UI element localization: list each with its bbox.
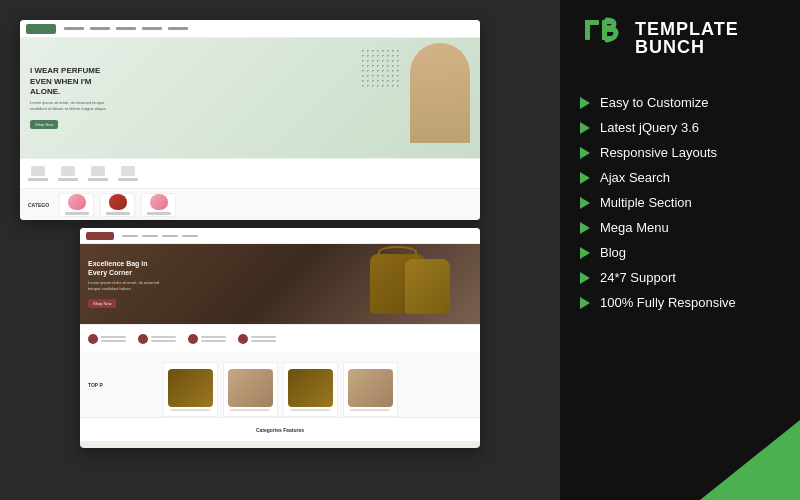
hero-text: I WEAR PERFUME EVEN WHEN I'M ALONE. Lore… [30, 66, 120, 129]
bags-hero-text: Excellence Bag in Every Corner Lorem ips… [88, 259, 168, 309]
feat2 [88, 334, 126, 344]
feat2-icon [88, 334, 98, 344]
bags-hero-title: Excellence Bag in Every Corner [88, 259, 168, 277]
cat-img [150, 194, 168, 210]
prod-label [230, 409, 270, 411]
feature-icon [31, 166, 45, 176]
feature-label: 24*7 Support [600, 270, 676, 285]
prod-img-light [228, 369, 273, 407]
feature-label: Ajax Search [600, 170, 670, 185]
nav-link [168, 27, 188, 30]
feature-row: Blog [580, 245, 780, 260]
feat2-line [201, 336, 226, 338]
feat2 [138, 334, 176, 344]
feat2-line [201, 340, 226, 342]
feat2-line [151, 340, 176, 342]
feat2-line [251, 336, 276, 338]
feat2 [238, 334, 276, 344]
feature-row: Easy to Customize [580, 95, 780, 110]
cat-name [65, 212, 89, 215]
prod-label [170, 409, 210, 411]
arrow-icon [580, 172, 590, 184]
arrow-icon [580, 97, 590, 109]
preview-main: I WEAR PERFUME EVEN WHEN I'M ALONE. Lore… [20, 20, 480, 220]
feature-text [58, 178, 78, 181]
left-panel: I WEAR PERFUME EVEN WHEN I'M ALONE. Lore… [0, 0, 560, 500]
prod-item [343, 362, 398, 417]
right-panel: TEMPLATE BUNCH Easy to CustomizeLatest j… [560, 0, 800, 500]
nav-link [142, 27, 162, 30]
prod-label [290, 409, 330, 411]
feat2-line [251, 340, 276, 342]
feature-label: 100% Fully Responsive [600, 295, 736, 310]
main-nav [20, 20, 480, 38]
feature-item [88, 166, 108, 181]
arrow-icon [580, 197, 590, 209]
feat2-icon [138, 334, 148, 344]
hero-image [410, 43, 470, 143]
cat-item [100, 193, 135, 217]
feature-text [28, 178, 48, 181]
feature-row: Responsive Layouts [580, 145, 780, 160]
prod-item [283, 362, 338, 417]
cat-name [106, 212, 130, 215]
feat2-icon [188, 334, 198, 344]
feat2-text [101, 336, 126, 342]
feature-text [88, 178, 108, 181]
logo-sm [26, 24, 56, 34]
feature-icon [91, 166, 105, 176]
features-bar [20, 158, 480, 188]
nav-link2 [182, 235, 198, 237]
feat2 [188, 334, 226, 344]
prod-img [168, 369, 213, 407]
nav-link [64, 27, 84, 30]
nav-link [90, 27, 110, 30]
cat-name [147, 212, 171, 215]
feature-text [118, 178, 138, 181]
prod-img [288, 369, 333, 407]
feat2-text [201, 336, 226, 342]
preview-secondary: Excellence Bag in Every Corner Lorem ips… [80, 228, 480, 448]
nav-link2 [122, 235, 138, 237]
arrow-icon [580, 297, 590, 309]
cat-label: CATEGO [28, 202, 49, 208]
cat-item [59, 193, 94, 217]
prod-label [350, 409, 390, 411]
bags-hero: Excellence Bag in Every Corner Lorem ips… [80, 244, 480, 324]
hero-dots [360, 48, 400, 88]
hero-title: I WEAR PERFUME EVEN WHEN I'M ALONE. [30, 66, 110, 97]
feature-label: Latest jQuery 3.6 [600, 120, 699, 135]
feature-item [58, 166, 78, 181]
bags-nav [80, 228, 480, 244]
prod-item [163, 362, 218, 417]
feat2-text [151, 336, 176, 342]
hero-subtitle: Lorem ipsum sit amet, do eiusmod tempor … [30, 100, 120, 111]
svg-rect-1 [585, 20, 590, 40]
products-row: TOP P [80, 352, 480, 417]
prod-img-light [348, 369, 393, 407]
nav-link2 [162, 235, 178, 237]
feat2-line [101, 336, 126, 338]
hero-btn: Shop Now [30, 120, 58, 129]
feature-item [28, 166, 48, 181]
arrow-icon [580, 122, 590, 134]
feature-row: 100% Fully Responsive [580, 295, 780, 310]
bag-image [370, 249, 460, 319]
brand-header: TEMPLATE BUNCH [580, 15, 780, 75]
arrow-icon [580, 147, 590, 159]
feature-label: Responsive Layouts [600, 145, 717, 160]
top-p-label: TOP P [88, 382, 103, 388]
feature-item [118, 166, 138, 181]
categories: CATEGO [20, 188, 480, 220]
feature-icon [61, 166, 75, 176]
nav-links [64, 27, 188, 30]
feature-label: Multiple Section [600, 195, 692, 210]
nav-link [116, 27, 136, 30]
feat2-text [251, 336, 276, 342]
feature-row: Ajax Search [580, 170, 780, 185]
feature-label: Mega Menu [600, 220, 669, 235]
feat2-icon [238, 334, 248, 344]
cat-img-red [109, 194, 127, 210]
cat-img [68, 194, 86, 210]
feat2-line [101, 340, 126, 342]
